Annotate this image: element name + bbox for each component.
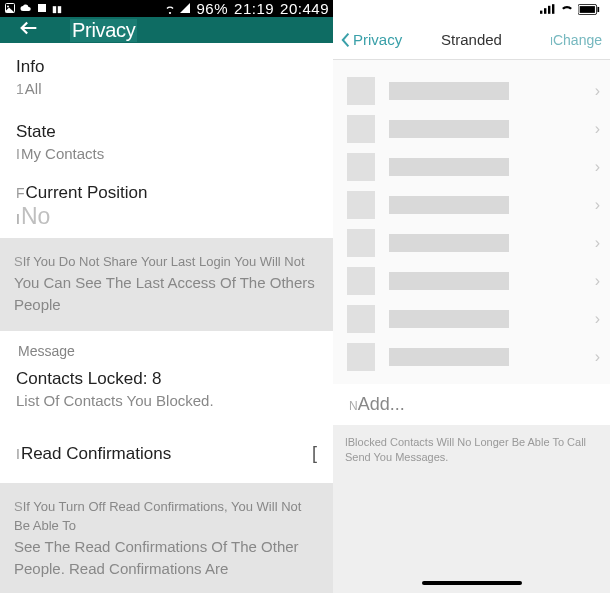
avatar	[347, 343, 375, 371]
cloud-icon	[20, 2, 32, 16]
avatar	[347, 267, 375, 295]
position-value: No	[21, 203, 50, 229]
chevron-right-icon: ›	[595, 120, 600, 138]
contact-name-placeholder	[389, 272, 509, 290]
list-item[interactable]: ›	[333, 302, 610, 336]
list-item[interactable]: ›	[333, 112, 610, 146]
avatar	[347, 115, 375, 143]
footer-note: IBlocked Contacts Will No Longer Be Able…	[333, 425, 610, 593]
add-label: Add...	[358, 394, 405, 414]
square-icon	[36, 2, 48, 16]
contact-name-placeholder	[389, 234, 509, 252]
avatar	[347, 305, 375, 333]
svg-rect-4	[544, 8, 546, 14]
image-icon	[4, 2, 16, 16]
blocked-list: › › › › › › › ›	[333, 60, 610, 384]
state-label: State	[16, 122, 317, 142]
signal-icon	[179, 2, 191, 16]
avatar	[347, 229, 375, 257]
contact-name-placeholder	[389, 158, 509, 176]
contact-name-placeholder	[389, 310, 509, 328]
change-button[interactable]: IChange	[550, 32, 602, 48]
battery-icon	[578, 4, 600, 17]
chevron-right-icon: ›	[595, 272, 600, 290]
back-button[interactable]: Privacy	[341, 31, 402, 48]
back-arrow-icon[interactable]	[18, 17, 40, 43]
svg-rect-9	[597, 6, 599, 11]
info-value: All	[25, 80, 42, 97]
contact-name-placeholder	[389, 196, 509, 214]
chevron-right-icon: ›	[595, 82, 600, 100]
position-label: Current Position	[26, 183, 148, 202]
svg-point-1	[7, 5, 9, 7]
contact-name-placeholder	[389, 82, 509, 100]
blocked-row[interactable]: Contacts Locked: 8 List Of Contacts You …	[0, 367, 333, 425]
page-title: Privacy	[70, 19, 137, 42]
android-toolbar: Privacy	[0, 17, 333, 43]
info-row[interactable]: Info 1All	[0, 43, 333, 108]
list-item[interactable]: ›	[333, 150, 610, 184]
add-row[interactable]: NAdd...	[333, 384, 610, 425]
read-label: Read Confirmations	[21, 444, 171, 463]
svg-rect-6	[552, 4, 554, 14]
svg-rect-3	[540, 11, 542, 14]
list-item[interactable]: ›	[333, 340, 610, 374]
contact-name-placeholder	[389, 120, 509, 138]
svg-rect-2	[38, 4, 46, 12]
read-note: SIf You Turn Off Read Confirmations, You…	[0, 483, 333, 594]
wifi-icon	[560, 4, 574, 16]
wifi-icon	[164, 2, 176, 16]
extra-clock: 20:449	[280, 0, 329, 17]
list-item[interactable]: ›	[333, 226, 610, 260]
avatar	[347, 153, 375, 181]
login-note: SIf You Do Not Share Your Last Login You…	[0, 238, 333, 331]
svg-rect-8	[580, 6, 595, 13]
state-value: My Contacts	[21, 145, 104, 162]
list-item[interactable]: ›	[333, 74, 610, 108]
chevron-right-icon: ›	[595, 348, 600, 366]
list-item[interactable]: ›	[333, 188, 610, 222]
avatar	[347, 191, 375, 219]
contact-name-placeholder	[389, 348, 509, 366]
bars-icon: ▮▮	[52, 4, 62, 14]
chevron-right-icon: ›	[595, 158, 600, 176]
chevron-right-icon: ›	[595, 196, 600, 214]
chevron-right-icon: ›	[595, 234, 600, 252]
back-label: Privacy	[353, 31, 402, 48]
home-indicator	[422, 581, 522, 585]
message-section-header: Message	[0, 331, 333, 367]
svg-rect-5	[548, 6, 550, 14]
avatar	[347, 77, 375, 105]
android-status-bar: ▮▮ 96% 21:19 20:449	[0, 0, 333, 17]
info-label: Info	[16, 57, 317, 77]
state-row[interactable]: State IMy Contacts	[0, 108, 333, 173]
signal-icon	[540, 4, 556, 16]
read-switch[interactable]: [	[311, 443, 317, 465]
list-item[interactable]: ›	[333, 264, 610, 298]
battery-pct: 96%	[197, 0, 229, 17]
position-row[interactable]: FCurrent Position INo	[0, 173, 333, 238]
read-confirmations-row[interactable]: IRead Confirmations [	[0, 425, 333, 483]
ios-nav-bar: Privacy Stranded IChange	[333, 20, 610, 60]
clock: 21:19	[234, 0, 274, 17]
chevron-right-icon: ›	[595, 310, 600, 328]
blocked-sub: List Of Contacts You Blocked.	[16, 392, 317, 409]
blocked-label: Contacts Locked: 8	[16, 369, 317, 389]
ios-status-bar	[333, 0, 610, 20]
